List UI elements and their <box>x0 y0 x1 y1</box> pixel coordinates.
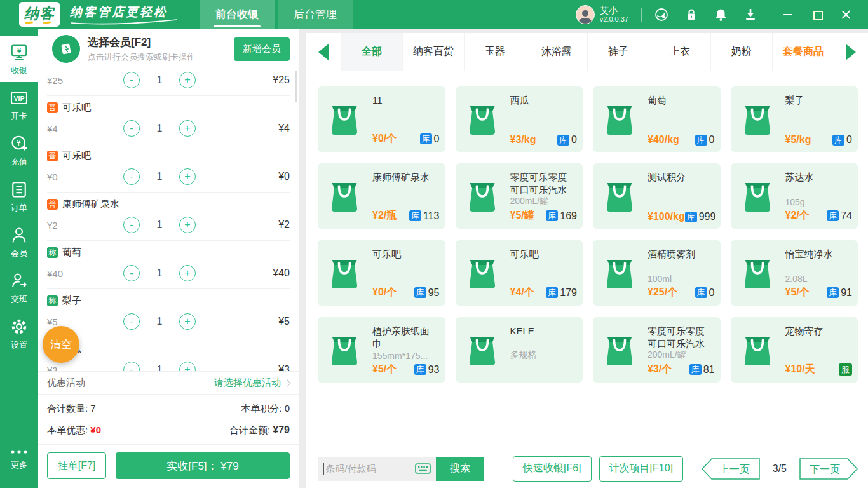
category-prev-arrow[interactable] <box>306 33 341 71</box>
keyboard-icon[interactable] <box>415 463 431 474</box>
slogan: 纳客管店更轻松 <box>70 4 179 25</box>
product-card[interactable]: 宠物寄存 ¥10/天服 <box>731 317 858 383</box>
qty-minus-button[interactable]: - <box>123 217 140 233</box>
lock-icon[interactable] <box>685 8 698 22</box>
prev-page-button[interactable]: 上一页 <box>702 458 760 480</box>
qty-plus-button[interactable]: + <box>179 168 196 185</box>
category-tab-all[interactable]: 全部 <box>341 33 402 71</box>
qty-minus-button[interactable]: - <box>123 168 140 185</box>
download-icon[interactable] <box>744 8 757 22</box>
add-member-button[interactable]: 新增会员 <box>234 37 290 61</box>
product-card[interactable]: 苏达水 105g ¥2/个库74 <box>731 163 858 229</box>
logo-accent <box>25 21 33 24</box>
orders-icon <box>10 180 29 199</box>
sidebar-item-orders[interactable]: 订单 <box>0 173 38 219</box>
tab-back-admin[interactable]: 后台管理 <box>278 0 353 29</box>
qty-plus-button[interactable]: + <box>179 313 196 330</box>
cart-list: ¥25 - 1 + ¥25 普 可乐吧 ¥4 - <box>38 69 299 371</box>
product-card[interactable]: 葡萄 ¥40/kg库0 <box>593 86 721 152</box>
product-card[interactable]: 酒精喷雾剂 100ml ¥25/个库0 <box>593 240 721 306</box>
qty-plus-button[interactable]: + <box>179 120 196 137</box>
avatar[interactable] <box>576 5 595 24</box>
qty-minus-button[interactable]: - <box>123 120 140 137</box>
sidebar-item-shift[interactable]: 交班 <box>0 265 38 311</box>
cart-scrollbar[interactable] <box>295 71 297 102</box>
pay-button[interactable]: 实收[F5]： ¥79 <box>116 452 290 479</box>
select-promo-link[interactable]: 请选择优惠活动 <box>214 377 290 389</box>
product-card[interactable]: 梨子 ¥5/kg库0 <box>731 86 858 152</box>
sidebar-item-members[interactable]: 会员 <box>0 219 38 265</box>
category-tab[interactable]: 玉器 <box>464 33 526 71</box>
stock-count: 0 <box>846 134 852 146</box>
tab-front-cashier[interactable]: 前台收银 <box>200 0 275 29</box>
category-tab-combo[interactable]: 套餐商品 <box>772 33 834 71</box>
bell-icon[interactable] <box>714 8 728 22</box>
stock-count: 81 <box>703 364 715 376</box>
item-name: 梨子 <box>62 295 81 307</box>
product-card[interactable]: 可乐吧 ¥0/个库95 <box>318 240 445 306</box>
category-tab[interactable]: 裤子 <box>587 33 649 71</box>
product-card[interactable]: 康师傅矿泉水 ¥2/瓶库113 <box>318 163 445 229</box>
minimize-icon[interactable] <box>783 10 793 20</box>
close-icon[interactable] <box>841 10 851 20</box>
summary-total: 合计金额: ¥79 <box>168 424 290 437</box>
quick-cashier-button[interactable]: 快速收银[F6] <box>513 456 592 482</box>
search-button[interactable]: 搜索 <box>436 457 484 481</box>
qty-plus-button[interactable]: + <box>179 362 196 371</box>
barcode-input[interactable] <box>326 463 401 474</box>
qty-plus-button[interactable]: + <box>179 72 196 88</box>
item-total: ¥40 <box>273 268 290 279</box>
maximize-icon[interactable] <box>812 10 822 20</box>
select-member-area[interactable]: 选择会员[F2] 点击进行会员搜索或刷卡操作 新增会员 <box>38 29 299 69</box>
category-tab[interactable]: 纳客百货 <box>402 33 464 71</box>
product-name: 零度可乐零度可口可乐汽水 <box>648 325 714 350</box>
product-card[interactable]: 西瓜 ¥3/kg库0 <box>456 86 583 152</box>
product-card[interactable]: 零度可乐零度可口可乐汽水 200mL/罐 ¥3/个库81 <box>593 317 721 383</box>
shopping-bag-icon <box>326 100 363 140</box>
category-tab[interactable]: 奶粉 <box>710 33 772 71</box>
qty-minus-button[interactable]: - <box>123 362 140 371</box>
stock-badge: 库 <box>695 135 707 146</box>
sidebar-item-open-card[interactable]: VIP 开卡 <box>0 82 38 128</box>
item-total: ¥0 <box>278 171 290 182</box>
product-card[interactable]: 怡宝纯净水 2.08L ¥5/个库91 <box>731 240 858 306</box>
arrow-left-icon <box>318 44 329 60</box>
hold-order-button[interactable]: 挂单[F7] <box>47 452 106 479</box>
product-card[interactable]: 零度可乐零度可口可乐汽水 200mL/罐 ¥5/罐库169 <box>456 163 583 229</box>
qty-value: 1 <box>155 74 164 86</box>
product-card[interactable]: 11 ¥0/个库0 <box>318 86 445 152</box>
product-card[interactable]: 植护亲肤纸面巾 155mm*175... ¥5/个库93 <box>318 317 445 383</box>
category-tab[interactable]: 上衣 <box>649 33 710 71</box>
qty-minus-button[interactable]: - <box>123 72 140 88</box>
support-icon[interactable] <box>654 8 668 22</box>
cart-item: 称 梨子 ¥5 - 1 + ¥5 <box>47 289 290 337</box>
product-card[interactable]: 测试积分 ¥100/kg库999 <box>593 163 721 229</box>
product-name: 可乐吧 <box>510 248 577 261</box>
qty-plus-button[interactable]: + <box>179 217 196 233</box>
qty-minus-button[interactable]: - <box>123 265 140 281</box>
item-total: ¥2 <box>278 219 290 231</box>
category-tab[interactable]: 沐浴露 <box>526 33 587 71</box>
category-next-arrow[interactable] <box>834 33 868 71</box>
sidebar-item-settings[interactable]: 设置 <box>0 311 38 356</box>
product-card[interactable]: KELE 多规格 <box>456 317 583 383</box>
clear-cart-button[interactable]: 清空 <box>43 326 79 363</box>
pos-app: 纳客 纳客管店更轻松 前台收银 后台管理 艾小 v2.0.0.37 <box>0 0 868 488</box>
qty-plus-button[interactable]: + <box>179 265 196 281</box>
next-page-button[interactable]: 下一页 <box>799 458 858 480</box>
item-total: ¥5 <box>278 316 290 327</box>
qty-minus-button[interactable]: - <box>123 313 140 330</box>
barcode-field[interactable] <box>318 457 436 481</box>
product-card[interactable]: 可乐吧 ¥4/个库179 <box>456 240 583 306</box>
item-price: ¥4 <box>47 123 102 134</box>
member-texts: 选择会员[F2] 点击进行会员搜索或刷卡操作 <box>88 35 195 63</box>
promo-label: 优惠活动 <box>47 377 85 389</box>
text-caret <box>323 463 324 475</box>
item-price: ¥5 <box>47 316 102 327</box>
product-spec: 200mL/罐 <box>648 349 715 361</box>
sidebar-item-more[interactable]: 更多 <box>0 436 38 482</box>
count-items-button[interactable]: 计次项目[F10] <box>599 456 683 482</box>
sidebar-item-recharge[interactable]: ¥ 充值 <box>0 128 38 173</box>
arrow-right-icon <box>846 44 856 60</box>
sidebar-item-cashier[interactable]: ¥ 收银 <box>0 36 38 82</box>
